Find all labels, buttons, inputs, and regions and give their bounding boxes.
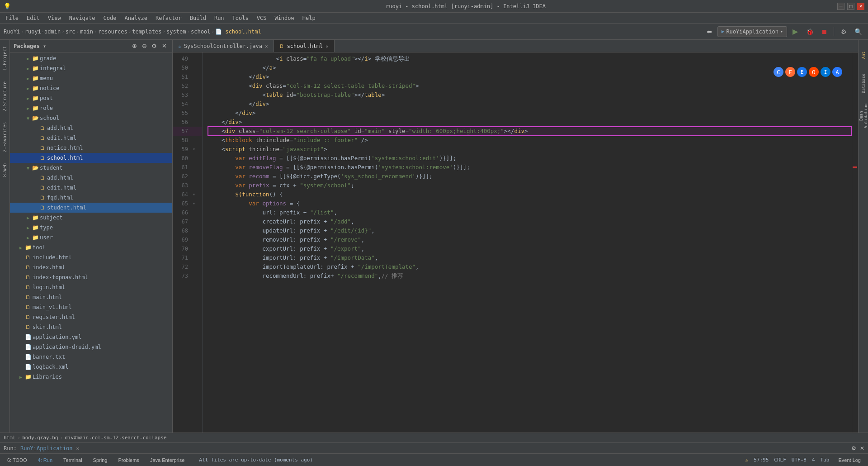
tree-item-student-fqd[interactable]: 🗋 fqd.html xyxy=(10,193,172,203)
window-controls[interactable]: ─ □ ✕ xyxy=(837,3,864,10)
tree-item-logback-xml[interactable]: 📄 logback.xml xyxy=(10,362,172,372)
sidebar-ant-design-btn[interactable]: Ant xyxy=(860,42,867,69)
panel-close-button[interactable]: ✕ xyxy=(160,42,169,51)
path-div-main[interactable]: div#main.col-sm-12.search-collapse xyxy=(65,435,166,441)
tree-item-index-topnav-html[interactable]: 🗋 index-topnav.html xyxy=(10,272,172,282)
tree-item-login-html[interactable]: 🗋 login.html xyxy=(10,282,172,292)
run-bar-settings-btn[interactable]: ⚙ xyxy=(851,445,856,452)
sidebar-bean-validation-btn[interactable]: Bean Validation xyxy=(858,98,868,134)
tree-item-school-notice[interactable]: 🗋 notice.html xyxy=(10,143,172,153)
tree-item-banner-txt[interactable]: 📄 banner.txt xyxy=(10,352,172,362)
panel-expand-all-button[interactable]: ⊕ xyxy=(130,42,139,51)
sidebar-database-btn[interactable]: Database xyxy=(860,70,867,97)
run-button[interactable]: ▶ xyxy=(789,25,802,38)
menu-file[interactable]: File xyxy=(2,14,22,22)
run-app-close-btn[interactable]: ✕ xyxy=(76,445,80,452)
tree-item-school-html[interactable]: 🗋 school.html xyxy=(10,153,172,163)
menu-build[interactable]: Build xyxy=(186,14,210,22)
chrome-icon[interactable]: C xyxy=(774,67,783,77)
tree-item-notice[interactable]: ▶ 📁 notice xyxy=(10,83,172,93)
debug-button[interactable]: 🐞 xyxy=(803,25,816,38)
toolbar-back-button[interactable]: ⬅ xyxy=(703,25,716,38)
path-body[interactable]: body.gray-bg xyxy=(22,435,58,441)
firefox-icon[interactable]: F xyxy=(785,67,795,77)
menu-code[interactable]: Code xyxy=(100,14,120,22)
status-line-ending[interactable]: CRLF xyxy=(774,457,786,463)
panel-collapse-all-button[interactable]: ⊖ xyxy=(140,42,149,51)
tree-item-user[interactable]: ▶ 📁 user xyxy=(10,233,172,243)
breadcrumb-system[interactable]: system xyxy=(166,29,186,35)
breadcrumb-admin[interactable]: ruoyi-admin xyxy=(25,29,61,35)
tree-item-integral[interactable]: ▶ 📁 integral xyxy=(10,63,172,73)
breadcrumb-templates[interactable]: templates xyxy=(132,29,161,35)
tree-item-application-druid-yml[interactable]: 📄 application-druid.yml xyxy=(10,342,172,352)
tree-item-main-html[interactable]: 🗋 main.html xyxy=(10,292,172,302)
tree-item-school-edit[interactable]: 🗋 edit.html xyxy=(10,133,172,143)
tree-item-grade[interactable]: ▶ 📁 grade xyxy=(10,53,172,63)
tree-item-school[interactable]: ▼ 📂 school xyxy=(10,113,172,123)
search-everywhere-button[interactable]: 🔍 xyxy=(852,25,864,38)
status-tab-terminal[interactable]: Terminal xyxy=(60,456,86,464)
panel-settings-button[interactable]: ⚙ xyxy=(150,42,159,51)
tree-item-menu[interactable]: ▶ 📁 menu xyxy=(10,73,172,83)
status-tab-spring[interactable]: Spring xyxy=(90,456,111,464)
status-tab-todo[interactable]: 6: TODO xyxy=(4,456,31,464)
code-content-area[interactable]: <i class="fa fa-upload"></i> 学校信息导出 </a>… xyxy=(203,52,852,433)
browser6-icon[interactable]: A xyxy=(832,67,842,77)
editor-scrollbar[interactable] xyxy=(852,52,858,433)
menu-view[interactable]: View xyxy=(44,14,65,22)
tab-close-school[interactable]: ✕ xyxy=(326,43,329,49)
breadcrumb-file[interactable]: 📄 school.html xyxy=(215,29,261,35)
sidebar-favorites-btn[interactable]: 2-Favorites xyxy=(1,119,8,155)
breadcrumb-src[interactable]: src xyxy=(66,29,75,35)
sidebar-project-btn[interactable]: 1-Project xyxy=(1,43,8,73)
tree-item-post[interactable]: ▶ 📁 post xyxy=(10,93,172,103)
sidebar-structure-btn[interactable]: 2-Structure xyxy=(1,79,8,114)
tree-item-skin-html[interactable]: 🗋 skin.html xyxy=(10,322,172,332)
tree-item-role[interactable]: ▶ 📁 role xyxy=(10,103,172,113)
stop-button[interactable]: ⏹ xyxy=(818,25,830,38)
menu-navigate[interactable]: Navigate xyxy=(66,14,99,22)
maximize-button[interactable]: □ xyxy=(847,3,854,10)
status-position[interactable]: 57:95 xyxy=(754,457,769,463)
minimize-button[interactable]: ─ xyxy=(837,3,844,10)
status-encoding[interactable]: UTF-8 xyxy=(792,457,807,463)
tab-sysschoolcontroller[interactable]: ☕ SysSchoolController.java ✕ xyxy=(173,40,274,52)
ie-icon[interactable]: I xyxy=(821,67,830,77)
status-tab-problems[interactable]: Problems xyxy=(114,456,142,464)
tree-item-student[interactable]: ▼ 📂 student xyxy=(10,163,172,173)
sidebar-web-btn[interactable]: 8-Web xyxy=(1,161,8,180)
breadcrumb-ruoyi[interactable]: RuoYi xyxy=(4,29,20,35)
tree-item-include-html[interactable]: 🗋 include.html xyxy=(10,252,172,262)
tree-item-student-html[interactable]: 🗋 student.html xyxy=(10,203,172,213)
breadcrumb-school[interactable]: school xyxy=(191,29,210,35)
edge-icon[interactable]: E xyxy=(797,67,807,77)
tree-item-libraries[interactable]: ▶ 📁 Libraries xyxy=(10,372,172,382)
path-html[interactable]: html xyxy=(4,435,16,441)
tree-item-register-html[interactable]: 🗋 register.html xyxy=(10,312,172,322)
run-bar-close-btn[interactable]: ✕ xyxy=(860,445,864,452)
run-config-selector[interactable]: ▶ RuoYiApplication ▾ xyxy=(717,26,787,37)
tree-item-index-html[interactable]: 🗋 index.html xyxy=(10,262,172,272)
menu-window[interactable]: Window xyxy=(271,14,297,22)
run-app-label[interactable]: RuoYiApplication xyxy=(20,445,73,452)
menu-help[interactable]: Help xyxy=(299,14,319,22)
menu-vcs[interactable]: VCS xyxy=(253,14,270,22)
menu-tools[interactable]: Tools xyxy=(229,14,252,22)
tree-item-tool[interactable]: ▶ 📁 tool xyxy=(10,243,172,252)
tree-item-student-edit[interactable]: 🗋 edit.html xyxy=(10,183,172,193)
menu-edit[interactable]: Edit xyxy=(23,14,43,22)
tree-item-main-v1-html[interactable]: 🗋 main_v1.html xyxy=(10,302,172,312)
breadcrumb-main[interactable]: main xyxy=(80,29,93,35)
tree-item-student-add[interactable]: 🗋 add.html xyxy=(10,173,172,183)
tree-item-application-yml[interactable]: 📄 application.yml xyxy=(10,332,172,342)
tab-close-controller[interactable]: ✕ xyxy=(265,43,268,49)
menu-refactor[interactable]: Refactor xyxy=(152,14,185,22)
tab-school-html[interactable]: 🗋 school.html ✕ xyxy=(274,40,335,52)
tree-item-school-add[interactable]: 🗋 add.html xyxy=(10,123,172,133)
close-button[interactable]: ✕ xyxy=(857,3,864,10)
tree-item-type[interactable]: ▶ 📁 type xyxy=(10,223,172,233)
status-tab-java-enterprise[interactable]: Java Enterprise xyxy=(146,456,188,464)
menu-analyze[interactable]: Analyze xyxy=(121,14,151,22)
settings-button[interactable]: ⚙ xyxy=(837,25,850,38)
